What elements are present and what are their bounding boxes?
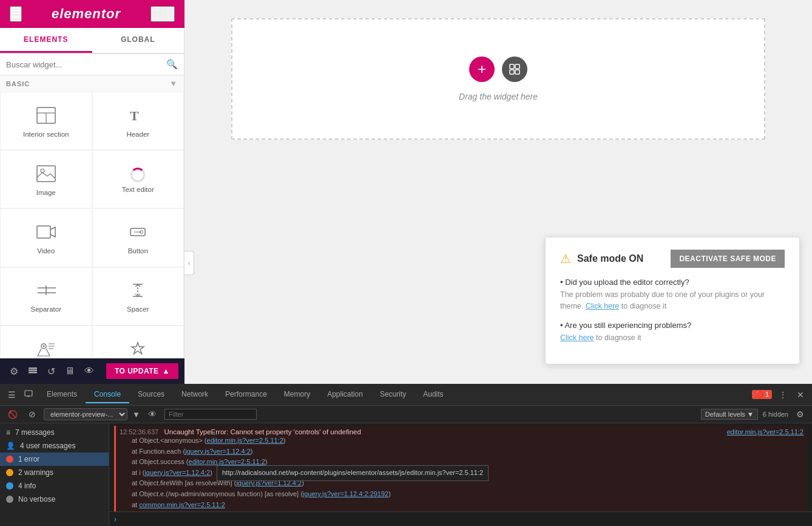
dropdown-arrow: ▼ (132, 410, 140, 419)
widget-spacer[interactable]: Spacer (92, 267, 184, 326)
widget-interior-section[interactable]: Interior section (0, 92, 92, 150)
widget-separator[interactable]: Separator (0, 267, 92, 326)
svg-rect-26 (515, 64, 519, 69)
svg-rect-23 (29, 370, 37, 372)
devtools-tab-memory[interactable]: Memory (276, 386, 319, 403)
widget-header[interactable]: T Header (92, 92, 184, 150)
diagnose-link-2[interactable]: Click here (560, 333, 594, 342)
svg-marker-21 (132, 343, 144, 354)
log-main-area: 12:52:36.637 Uncaught TypeError: Cannot … (109, 423, 812, 526)
safe-mode-panel: ⚠ Safe mode ON DEACTIVATE SAFE MODE • Di… (545, 237, 800, 364)
inspect-icon-btn[interactable]: ☰ (5, 388, 19, 401)
devtools-tab-elements[interactable]: Elements (38, 386, 86, 403)
widget-label-separator: Separator (30, 306, 61, 313)
add-template-button[interactable] (502, 56, 527, 82)
stack-link-5[interactable]: jquery.js?ver=1.12.4:2 (236, 479, 302, 487)
widget-video[interactable]: Video (0, 208, 92, 267)
stack-link-3[interactable]: editor.min.js?ver=2.5.11:2 (189, 458, 265, 465)
grid-icon[interactable]: ⋮⋮ (151, 6, 175, 22)
devtools-close-btn[interactable]: ✕ (794, 388, 807, 401)
stack-link-2[interactable]: jquery.js?ver=1.12.4:2 (185, 448, 251, 455)
widget-button[interactable]: Button (92, 208, 184, 267)
svg-point-17 (42, 346, 44, 347)
widget-text-editor[interactable]: Text editor (92, 150, 184, 208)
messages-icon: ≡ (6, 428, 10, 437)
messages-label: 7 messages (15, 428, 55, 437)
warnings-label: 2 warnings (18, 468, 53, 477)
devtools-tab-network[interactable]: Network (173, 386, 217, 403)
eye-btn[interactable]: 👁 (145, 408, 160, 421)
cmd-input[interactable] (120, 515, 807, 524)
menu-icon[interactable]: ☰ (10, 6, 22, 22)
devtools-sidebar-info[interactable]: 4 info (0, 479, 109, 493)
add-section-button[interactable]: + (469, 56, 495, 82)
chevron-up-icon: ▲ (163, 367, 170, 375)
filter-input[interactable] (164, 409, 257, 420)
source-selector[interactable]: elementor-preview-... (44, 408, 127, 420)
devtools-tab-application[interactable]: Application (319, 386, 371, 403)
settings-icon-btn[interactable]: ⚙ (6, 363, 22, 380)
stack-link-1[interactable]: editor.min.js?ver=2.5.11:2 (207, 437, 283, 444)
section-label: BASIC (6, 80, 30, 87)
search-bar: 🔍 (0, 54, 184, 75)
clear-log-btn[interactable]: 🚫 (5, 408, 21, 421)
stack-line-1: at Object.<anonymous> (editor.min.js?ver… (132, 435, 804, 446)
stack-link-4[interactable]: jquery.js?ver=1.12.4:2 (144, 469, 210, 476)
devtools-sidebar-warnings[interactable]: 2 warnings (0, 466, 109, 479)
canvas-inner: + Drag the widget here (231, 18, 765, 140)
widget-image[interactable]: Image (0, 150, 92, 208)
widget-label-image: Image (36, 189, 56, 196)
tab-global[interactable]: GLOBAL (92, 28, 184, 53)
widget-label-button: Button (128, 247, 148, 254)
deactivate-safe-mode-button[interactable]: DEACTIVATE SAFE MODE (671, 250, 785, 268)
sidebar: ELEMENTS GLOBAL 🔍 BASIC ▼ Interior secti… (0, 28, 184, 384)
devtools-tab-console[interactable]: Console (86, 386, 129, 403)
history-icon-btn[interactable]: ↺ (44, 363, 59, 380)
safe-mode-header: ⚠ Safe mode ON DEACTIVATE SAFE MODE (560, 250, 785, 268)
chevron-down-icon: ▼ (169, 79, 178, 88)
svg-rect-4 (37, 166, 55, 182)
stack-link-6[interactable]: jquery.js?ver=1.12.4:2:29192 (303, 490, 388, 497)
devtools-sidebar: ≡ 7 messages 👤 4 user messages 1 error 2… (0, 423, 109, 526)
separator-icon (36, 282, 56, 302)
collapse-handle[interactable]: ‹ (184, 251, 194, 275)
devtools-tab-security[interactable]: Security (371, 386, 414, 403)
toggle-filter-btn[interactable]: ⊘ (25, 408, 39, 421)
spacer-icon (128, 282, 147, 302)
logo: elementor (52, 6, 121, 22)
devtools-sidebar-errors[interactable]: 1 error (0, 453, 109, 466)
display-icon-btn[interactable]: 🖥 (61, 363, 78, 379)
svg-rect-25 (510, 64, 514, 69)
devtools-tab-sources[interactable]: Sources (129, 386, 173, 403)
devtools-sidebar-user-messages[interactable]: 👤 4 user messages (0, 439, 109, 453)
device-icon-btn[interactable] (21, 388, 36, 401)
devtools-panel: ☰ Elements Console Sources Network Perfo… (0, 384, 812, 526)
widget-label-text-editor: Text editor (122, 186, 154, 193)
svg-rect-22 (29, 367, 37, 369)
stack-line-6: at Object.e.(/wp-admin/anonymous functio… (132, 489, 804, 500)
layers-icon-btn[interactable] (24, 363, 41, 380)
devtools-sidebar-all-messages[interactable]: ≡ 7 messages (0, 426, 109, 439)
safe-mode-title: Safe mode ON (577, 253, 643, 264)
search-input[interactable] (6, 60, 161, 69)
safe-mode-item2-title: Are you still experiencing problems? (564, 321, 691, 330)
widget-label-header: Header (126, 131, 149, 138)
update-button[interactable]: TO UPDATE ▲ (106, 363, 178, 379)
devtools-tab-performance[interactable]: Performance (217, 386, 276, 403)
preview-icon-btn[interactable]: 👁 (81, 363, 98, 379)
error-file-link[interactable]: editor.min.js?ver=2.5.11:2 (727, 428, 804, 435)
drop-zone[interactable]: + Drag the widget here (231, 18, 765, 140)
settings-gear-btn[interactable]: ⚙ (793, 408, 807, 421)
error-count-badge: 🔴 1 (752, 390, 772, 399)
diagnose-link-1[interactable]: Click here (586, 302, 620, 310)
devtools-more-btn[interactable]: ⋮ (776, 388, 790, 401)
devtools-tab-audits[interactable]: Audits (414, 386, 452, 403)
levels-selector[interactable]: Default levels ▼ (701, 409, 758, 420)
devtools-sidebar-verbose[interactable]: No verbose (0, 493, 109, 506)
error-entry: 12:52:36.637 Uncaught TypeError: Cannot … (114, 426, 807, 511)
cmd-prompt: › (114, 515, 117, 524)
errors-label: 1 error (18, 455, 39, 463)
user-messages-label: 4 user messages (20, 442, 75, 450)
tab-elements[interactable]: ELEMENTS (0, 28, 92, 53)
stack-link-7[interactable]: common.min.js?ver=2.5.11:2 (139, 501, 225, 508)
